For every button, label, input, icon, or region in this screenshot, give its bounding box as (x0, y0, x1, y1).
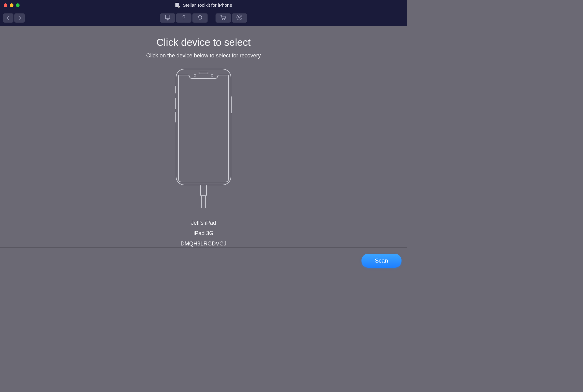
page-subheading: Click on the device below to select for … (146, 53, 261, 59)
close-window-button[interactable] (4, 3, 7, 7)
device-info: Jeff's iPad iPad 3G DMQH9LRGDVGJ (181, 218, 226, 249)
help-button[interactable]: ? (176, 13, 192, 23)
scan-button[interactable]: Scan (361, 254, 402, 268)
device-model: iPad 3G (181, 228, 226, 238)
device-card[interactable]: Jeff's iPad iPad 3G DMQH9LRGDVGJ (173, 67, 234, 249)
svg-rect-3 (166, 15, 170, 19)
svg-point-14 (212, 75, 212, 76)
account-button[interactable] (232, 13, 247, 23)
back-button[interactable] (3, 13, 13, 23)
cart-icon (220, 14, 227, 22)
app-icon (175, 2, 180, 8)
svg-rect-9 (176, 69, 231, 185)
footer: Scan (0, 247, 407, 274)
titlebar: Stellar Toolkit for iPhone (0, 0, 407, 10)
window-controls (4, 3, 20, 7)
main-content: Click device to select Click on the devi… (0, 26, 407, 247)
device-serial: DMQH9LRGDVGJ (181, 238, 226, 249)
forward-button[interactable] (14, 13, 25, 23)
toolbar: ? (0, 10, 407, 26)
svg-text:?: ? (182, 14, 185, 20)
svg-point-12 (195, 75, 195, 76)
user-icon (237, 14, 243, 22)
window-title: Stellar Toolkit for iPhone (175, 2, 232, 8)
refresh-button[interactable] (193, 13, 208, 23)
save-icon (165, 14, 171, 22)
svg-point-8 (239, 16, 240, 18)
svg-point-6 (224, 19, 225, 20)
phone-outline-icon (173, 67, 234, 212)
svg-rect-10 (199, 72, 208, 74)
refresh-icon (197, 14, 203, 22)
question-icon: ? (181, 14, 187, 22)
save-button[interactable] (160, 13, 175, 23)
minimize-window-button[interactable] (10, 3, 13, 7)
device-name: Jeff's iPad (181, 218, 226, 228)
cart-button[interactable] (216, 13, 231, 23)
window-title-text: Stellar Toolkit for iPhone (183, 2, 232, 8)
nav-group (3, 13, 25, 23)
page-heading: Click device to select (156, 37, 251, 48)
maximize-window-button[interactable] (16, 3, 20, 7)
svg-rect-15 (200, 185, 207, 196)
svg-point-5 (222, 19, 223, 20)
toolbar-center: ? (160, 13, 247, 23)
